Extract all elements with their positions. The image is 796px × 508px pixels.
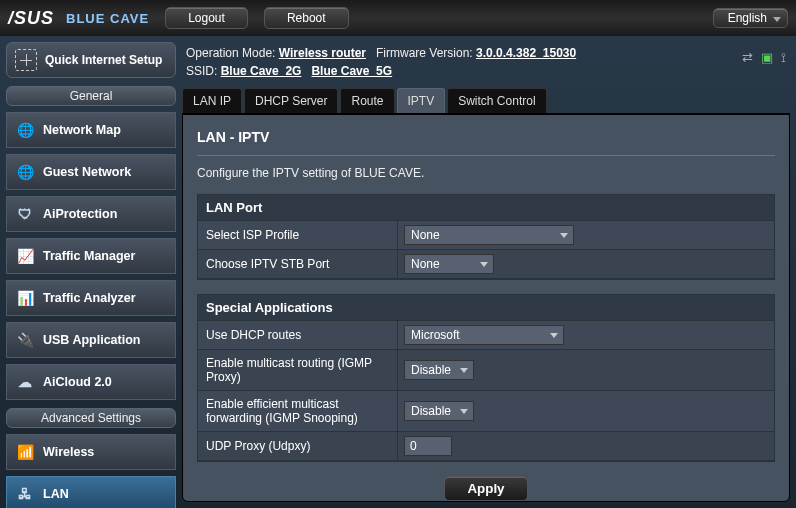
model-name: BLUE CAVE [66,11,149,26]
op-mode-label: Operation Mode: [186,46,275,60]
usb-status-icon[interactable]: ⟟ [781,48,786,68]
clients-icon[interactable]: ⇄ [742,48,753,68]
lan-icon: 🖧 [15,485,35,503]
stb-port-select[interactable]: None [404,254,494,274]
sidebar-item-label: AiCloud 2.0 [43,375,112,389]
special-apps-section: Special Applications Use DHCP routes Mic… [197,294,775,462]
sidebar-item-usb-application[interactable]: 🔌 USB Application [6,322,176,358]
fw-label: Firmware Version: [376,46,473,60]
internet-status-icon[interactable]: ▣ [761,48,773,68]
op-mode-link[interactable]: Wireless router [279,46,366,60]
tab-iptv[interactable]: IPTV [397,88,446,113]
row-iptv-stb-port: Choose IPTV STB Port None [198,250,774,279]
cloud-icon: ☁ [15,373,35,391]
dhcp-routes-label: Use DHCP routes [198,321,398,349]
sidebar-item-aicloud[interactable]: ☁ AiCloud 2.0 [6,364,176,400]
tab-route[interactable]: Route [340,88,394,113]
gauge-icon: 📈 [15,247,35,265]
sidebar-item-label: Traffic Manager [43,249,135,263]
globe-icon: 🌐 [15,121,35,139]
lan-port-header: LAN Port [198,195,774,221]
ssid-2g-link[interactable]: Blue Cave_2G [221,64,302,78]
row-dhcp-routes: Use DHCP routes Microsoft [198,321,774,350]
special-apps-header: Special Applications [198,295,774,321]
usb-icon: 🔌 [15,331,35,349]
stb-port-value: None [411,257,440,271]
sidebar-item-lan[interactable]: 🖧 LAN [6,476,176,508]
isp-profile-label: Select ISP Profile [198,221,398,249]
tab-switch-control[interactable]: Switch Control [447,88,546,113]
quick-internet-setup-button[interactable]: Quick Internet Setup [6,42,176,78]
sidebar-item-label: USB Application [43,333,140,347]
sidebar-item-label: Traffic Analyzer [43,291,136,305]
language-dropdown[interactable]: English [713,8,788,28]
sidebar-item-wireless[interactable]: 📶 Wireless [6,434,176,470]
igmp-proxy-select[interactable]: Disable [404,360,474,380]
igmp-snooping-value: Disable [411,404,451,418]
topbar: /SUS BLUE CAVE Logout Reboot English [0,0,796,36]
ssid-label: SSID: [186,64,217,78]
row-isp-profile: Select ISP Profile None [198,221,774,250]
sidebar-item-label: LAN [43,487,69,501]
row-udp-proxy: UDP Proxy (Udpxy) [198,432,774,461]
igmp-snooping-select[interactable]: Disable [404,401,474,421]
chart-icon: 📊 [15,289,35,307]
logout-button[interactable]: Logout [165,7,248,29]
sidebar: Quick Internet Setup General 🌐 Network M… [6,42,176,502]
sidebar-item-label: AiProtection [43,207,117,221]
sidebar-item-traffic-analyzer[interactable]: 📊 Traffic Analyzer [6,280,176,316]
reboot-button[interactable]: Reboot [264,7,349,29]
status-icons: ⇄ ▣ ⟟ [742,48,786,68]
sidebar-section-advanced: Advanced Settings [6,408,176,428]
tab-lan-ip[interactable]: LAN IP [182,88,242,113]
igmp-snooping-label: Enable efficient multicast forwarding (I… [198,391,398,431]
apply-button[interactable]: Apply [444,476,527,501]
isp-profile-select[interactable]: None [404,225,574,245]
panel: LAN - IPTV Configure the IPTV setting of… [182,114,790,502]
page-title: LAN - IPTV [197,129,775,156]
sidebar-section-general: General [6,86,176,106]
ssid-5g-link[interactable]: Blue Cave_5G [311,64,392,78]
brand-logo: /SUS [8,8,54,29]
sidebar-item-aiprotection[interactable]: 🛡 AiProtection [6,196,176,232]
igmp-proxy-label: Enable multicast routing (IGMP Proxy) [198,350,398,390]
tab-bar: LAN IP DHCP Server Route IPTV Switch Con… [182,88,790,114]
stb-port-label: Choose IPTV STB Port [198,250,398,278]
sidebar-item-label: Guest Network [43,165,131,179]
lan-port-section: LAN Port Select ISP Profile None Choose … [197,194,775,280]
sidebar-item-guest-network[interactable]: 🌐 Guest Network [6,154,176,190]
dhcp-routes-value: Microsoft [411,328,460,342]
udp-proxy-label: UDP Proxy (Udpxy) [198,432,398,460]
udp-proxy-input[interactable] [404,436,452,456]
igmp-proxy-value: Disable [411,363,451,377]
page-description: Configure the IPTV setting of BLUE CAVE. [197,166,775,180]
sidebar-item-network-map[interactable]: 🌐 Network Map [6,112,176,148]
sidebar-item-label: Wireless [43,445,94,459]
content: Operation Mode: Wireless router Firmware… [182,42,790,502]
row-igmp-proxy: Enable multicast routing (IGMP Proxy) Di… [198,350,774,391]
qis-label: Quick Internet Setup [45,53,162,67]
language-label: English [728,11,767,25]
sidebar-item-traffic-manager[interactable]: 📈 Traffic Manager [6,238,176,274]
globe-icon: 🌐 [15,163,35,181]
wifi-icon: 📶 [15,443,35,461]
qis-icon [15,49,37,71]
status-line: Operation Mode: Wireless router Firmware… [182,42,790,88]
shield-icon: 🛡 [15,205,35,223]
dhcp-routes-select[interactable]: Microsoft [404,325,564,345]
tab-dhcp-server[interactable]: DHCP Server [244,88,338,113]
row-igmp-snooping: Enable efficient multicast forwarding (I… [198,391,774,432]
fw-link[interactable]: 3.0.0.4.382_15030 [476,46,576,60]
sidebar-item-label: Network Map [43,123,121,137]
isp-profile-value: None [411,228,440,242]
